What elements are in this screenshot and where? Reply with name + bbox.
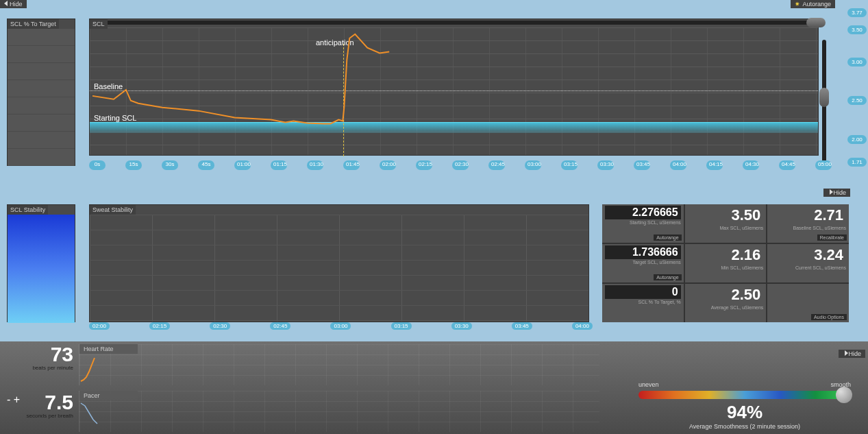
star-icon: ✷ [795, 1, 800, 8]
stat-cell: 3.24Current SCL, uSiemens [767, 244, 849, 282]
scl-pct-to-target-panel: SCL % To Target [7, 19, 75, 166]
x-tick: 02:30 [452, 160, 469, 170]
autorange-button-top[interactable]: ✷Autorange [791, 0, 835, 8]
x-tick-sweat: 02:45 [270, 322, 290, 330]
scl-pct-label: SCL % To Target [8, 19, 59, 29]
pacer-minus[interactable]: - [7, 394, 10, 405]
y-tick: 2.50 [847, 96, 867, 105]
x-tick-sweat: 03:15 [391, 322, 412, 330]
scl-chart-label: SCL [90, 19, 108, 29]
arrow-left-icon [4, 1, 8, 6]
recalibrate-button[interactable]: Recalibrate [817, 234, 847, 241]
x-tick-sweat: 03:45 [512, 322, 532, 330]
x-tick-sweat: 02:30 [210, 322, 230, 330]
stat-cell: 2.16Min SCL, uSiemens [685, 244, 767, 282]
hide-button-top-left[interactable]: Hide [0, 0, 27, 8]
heart-rate-line [81, 358, 95, 381]
smoothness-pct: 94% [638, 402, 851, 423]
x-tick: 02:45 [488, 160, 505, 170]
hide-button-bottom[interactable]: Hide [839, 350, 865, 358]
x-tick: 01:45 [343, 160, 360, 170]
stat-cell: 2.50Average SCL, uSiemens [685, 284, 767, 322]
stat-label: SCL % To Target, % [605, 300, 681, 304]
pacer-plus[interactable]: + [14, 394, 20, 405]
pacer-adjust: - + [7, 394, 20, 406]
x-tick: 03:00 [525, 160, 541, 170]
x-tick: 04:00 [670, 160, 686, 170]
stat-value: 2.50 [688, 285, 764, 304]
stat-cell: 0SCL % To Target, % [602, 284, 684, 322]
scl-data-line [92, 34, 389, 124]
y-tick: 3.77 [847, 8, 867, 17]
stats-grid: 2.276665Starting SCL, uSiemensAutorange3… [602, 204, 849, 322]
scl-y-axis: 3.773.503.002.502.001.71 [834, 8, 868, 173]
y-range-thumb[interactable] [819, 88, 829, 107]
scl-stability-label: SCL Stability [8, 205, 48, 215]
scl-stability-fill [8, 215, 75, 323]
x-tick: 03:15 [561, 160, 578, 170]
x-tick: 45s [198, 160, 214, 170]
stat-value: 3.50 [688, 206, 764, 225]
x-tick: 02:00 [380, 160, 396, 170]
scl-line-svg [90, 19, 818, 155]
x-tick: 05:00 [815, 160, 832, 170]
x-tick-sweat: 04:00 [572, 322, 593, 330]
autorange-button[interactable]: Autorange [654, 274, 681, 280]
stat-cell: Audio Options [767, 284, 849, 322]
x-tick-sweat: 02:15 [149, 322, 170, 330]
stat-value: 2.16 [688, 245, 764, 265]
x-tick: 03:30 [597, 160, 614, 170]
x-tick: 01:30 [307, 160, 323, 170]
x-tick: 01:00 [234, 160, 251, 170]
pacer-chart: Pacer [79, 391, 599, 432]
stat-value: 2.276665 [605, 206, 681, 219]
scl-x-axis: 0s15s30s45s01:0001:1501:3001:4502:0002:1… [89, 160, 830, 170]
x-tick: 03:45 [634, 160, 650, 170]
x-tick: 04:45 [779, 160, 795, 170]
heart-rate-value: 73 [5, 344, 73, 365]
stat-label: Max SCL, uSiemens [688, 226, 764, 230]
y-range-slider[interactable] [822, 40, 826, 167]
hide-label-3: Hide [848, 350, 861, 357]
stat-value: 0 [605, 285, 681, 299]
time-range-thumb[interactable] [806, 18, 826, 27]
smoothness-bar[interactable] [638, 391, 851, 399]
x-tick: 01:15 [271, 160, 287, 170]
smoothness-sub: Average Smoothness (2 minute session) [638, 423, 851, 430]
y-tick: 1.71 [847, 158, 867, 167]
smoothness-widget: uneven smooth 94% Average Smoothness (2 … [638, 381, 851, 430]
pacer-line [81, 403, 97, 424]
pacer-unit: seconds per breath [5, 413, 73, 419]
stat-value: 3.24 [770, 245, 846, 265]
stat-label: Baseline SCL, uSiemens [770, 226, 846, 230]
scl-pct-grid [8, 29, 75, 166]
stat-value: 1.736666 [605, 245, 681, 259]
time-range-slider[interactable] [92, 21, 816, 25]
heart-rate-unit: beats per minute [5, 365, 73, 371]
sweat-x-axis: 02:0002:1502:3002:4503:0003:1503:3003:45… [89, 322, 593, 330]
hide-label: Hide [10, 1, 23, 8]
scl-stability-panel: SCL Stability [7, 204, 75, 322]
sweat-stability-label: Sweat Stability [90, 205, 136, 215]
stat-label: Target SCL, uSiemens [605, 260, 681, 265]
hide-button-row2[interactable]: Hide [823, 189, 850, 197]
x-tick-sweat: 03:00 [330, 322, 351, 330]
stat-label: Current SCL, uSiemens [770, 265, 846, 270]
stat-label: Starting SCL, uSiemens [605, 220, 681, 225]
autorange-button[interactable]: Autorange [654, 234, 681, 241]
heart-rate-chart: Heart Rate [79, 344, 599, 385]
x-tick: 0s [89, 160, 106, 170]
x-tick-sweat: 02:00 [89, 322, 110, 330]
audio_options-button[interactable]: Audio Options [811, 314, 847, 320]
bottom-panel: 73 beats per minute Heart Rate - + 7.5 s… [0, 341, 868, 434]
x-tick: 04:30 [743, 160, 759, 170]
stat-cell: 2.71Baseline SCL, uSiemensRecalibrate [767, 204, 849, 243]
x-tick: 02:15 [416, 160, 432, 170]
x-tick-sweat: 03:30 [451, 322, 472, 330]
y-tick: 2.00 [847, 135, 867, 144]
smoothness-knob[interactable] [836, 387, 852, 403]
stat-cell: 3.50Max SCL, uSiemens [685, 204, 767, 243]
stat-cell: 2.276665Starting SCL, uSiemensAutorange [602, 204, 684, 243]
pacer-readout: - + 7.5 seconds per breath [0, 389, 79, 422]
heart-rate-readout: 73 beats per minute [0, 341, 79, 374]
